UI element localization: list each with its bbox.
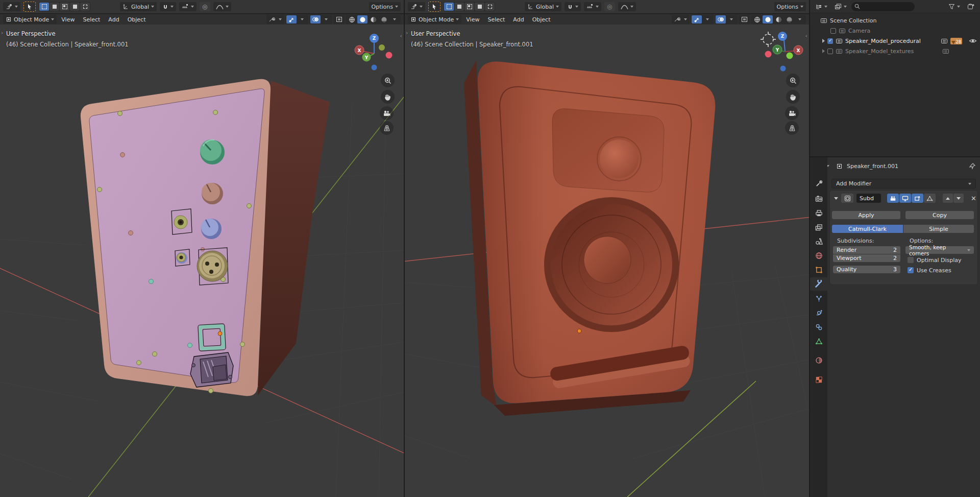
pan-button[interactable]: [381, 90, 395, 104]
select-mode-extend[interactable]: [50, 3, 59, 11]
toggle-perspective-button[interactable]: [785, 121, 799, 135]
tab-physics[interactable]: [810, 306, 827, 319]
gizmo-axis-x-neg[interactable]: X: [794, 45, 803, 55]
shading-dropdown[interactable]: [795, 15, 805, 23]
speaker-back-model[interactable]: [81, 79, 330, 396]
tab-world[interactable]: [810, 249, 827, 262]
select-mode-invert[interactable]: [70, 3, 80, 11]
modifier-type-button[interactable]: [841, 194, 853, 203]
show-gizmo-toggle[interactable]: [692, 15, 702, 23]
shading-rendered[interactable]: [784, 15, 794, 23]
outliner-row-scene-collection[interactable]: Scene Collection: [810, 15, 980, 26]
tab-modifiers[interactable]: [810, 277, 827, 291]
gizmo-axis-z-neg-dot[interactable]: [372, 65, 377, 70]
expand-caret-icon[interactable]: [822, 49, 825, 53]
modifier-viewport-toggle[interactable]: [899, 194, 911, 203]
menu-view[interactable]: View: [462, 15, 483, 24]
render-subdivisions-field[interactable]: Render2: [833, 246, 900, 254]
options-dropdown[interactable]: Options: [369, 2, 401, 11]
viewport-canvas-front[interactable]: User Perspective (46) Scene Collection |…: [405, 25, 809, 497]
modifier-move-up-button[interactable]: [943, 194, 953, 203]
gizmo-axis-x-dot[interactable]: [765, 51, 772, 58]
sidebar-expand-arrow[interactable]: ‹: [400, 33, 402, 39]
outliner-row-camera[interactable]: Camera: [810, 26, 980, 36]
quality-field[interactable]: Quality3: [833, 266, 900, 273]
add-modifier-dropdown[interactable]: Add Modifier: [831, 179, 976, 188]
gizmo-axis-y[interactable]: Y: [362, 53, 371, 62]
select-mode-set[interactable]: [444, 3, 454, 11]
shading-material-preview[interactable]: [368, 15, 378, 23]
tab-view-layer[interactable]: [810, 221, 827, 234]
proportional-editing-toggle[interactable]: ◎: [200, 2, 210, 11]
shading-solid[interactable]: [357, 15, 368, 23]
shading-material-preview[interactable]: [773, 15, 783, 23]
overlays-dropdown[interactable]: [321, 15, 331, 23]
tab-material[interactable]: [810, 353, 827, 367]
sidebar-expand-arrow[interactable]: ‹: [805, 33, 807, 39]
menu-add[interactable]: Add: [105, 15, 122, 24]
apply-button[interactable]: Apply: [832, 211, 900, 219]
tab-texture[interactable]: [810, 373, 827, 386]
menu-object[interactable]: Object: [529, 15, 554, 24]
proportional-falloff-dropdown[interactable]: [618, 2, 636, 11]
collection-exclude-checkbox[interactable]: [827, 49, 833, 54]
show-overlays-toggle[interactable]: [310, 15, 321, 23]
snap-toggle-button[interactable]: [160, 2, 176, 11]
filter-dropdown[interactable]: [946, 2, 963, 11]
panel-expand-caret[interactable]: [834, 197, 838, 200]
outliner-editor-type-button[interactable]: [813, 2, 830, 11]
zoom-button[interactable]: [786, 74, 800, 87]
active-tool-select-box[interactable]: [428, 2, 440, 12]
toolbar-expand-arrow[interactable]: ›: [1, 30, 3, 36]
gizmo-axis-z[interactable]: Z: [370, 34, 379, 43]
modifier-move-down-button[interactable]: [953, 194, 964, 203]
tab-output[interactable]: [810, 206, 827, 220]
tab-object[interactable]: [810, 263, 827, 276]
visibility-eye-icon[interactable]: [969, 38, 977, 44]
shading-rendered[interactable]: [379, 15, 389, 23]
select-mode-intersect[interactable]: [80, 3, 90, 11]
editor-type-button[interactable]: [408, 2, 425, 11]
xray-toggle[interactable]: [739, 15, 750, 24]
tab-constraints[interactable]: [810, 320, 827, 334]
object-type-visibility-dropdown[interactable]: [672, 15, 690, 24]
options-dropdown[interactable]: Options: [774, 2, 806, 11]
gizmo-axis-y-neg-dot[interactable]: [379, 44, 385, 51]
uv-smooth-dropdown[interactable]: Smooth, keep corners: [905, 246, 974, 254]
object-type-visibility-dropdown[interactable]: [266, 15, 284, 24]
shading-dropdown[interactable]: [389, 15, 400, 23]
modifier-name-field[interactable]: Subd: [856, 194, 881, 203]
catmull-clark-button[interactable]: Catmull-Clark: [832, 225, 903, 233]
gizmo-axis-x-neg[interactable]: X: [355, 45, 364, 55]
outliner-search-input[interactable]: [851, 2, 915, 11]
shading-wireframe[interactable]: [752, 15, 762, 23]
new-collection-button[interactable]: [965, 2, 977, 11]
collection-exclude-checkbox[interactable]: [827, 38, 833, 44]
camera-view-button[interactable]: [380, 106, 394, 120]
pin-icon[interactable]: [969, 162, 976, 170]
outliner-row-speaker-textures[interactable]: Speaker_Model_textures: [810, 46, 980, 56]
show-gizmo-toggle[interactable]: [286, 15, 297, 23]
collection-exclude-checkbox[interactable]: [830, 28, 836, 34]
tab-render[interactable]: [810, 192, 827, 205]
zoom-button[interactable]: [381, 74, 395, 87]
gizmo-axis-y-neg[interactable]: Y: [773, 45, 782, 55]
overlays-dropdown[interactable]: [726, 15, 737, 23]
select-mode-invert[interactable]: [475, 3, 484, 11]
modifier-editmode-toggle[interactable]: [912, 194, 923, 203]
gizmo-axis-z-neg-dot[interactable]: [780, 66, 786, 72]
proportional-falloff-dropdown[interactable]: [213, 2, 231, 11]
gizmo-dropdown[interactable]: [297, 15, 307, 23]
viewport-subdivisions-field[interactable]: Viewport2: [833, 254, 900, 262]
snap-target-dropdown[interactable]: [179, 2, 197, 11]
select-mode-extend[interactable]: [454, 3, 464, 11]
menu-select[interactable]: Select: [79, 15, 104, 24]
menu-add[interactable]: Add: [509, 15, 527, 24]
expand-caret-icon[interactable]: [822, 39, 825, 43]
tab-object-data[interactable]: [810, 335, 827, 348]
gizmo-axis-x-dot[interactable]: [386, 52, 393, 59]
pan-button[interactable]: [786, 90, 800, 104]
tab-particles[interactable]: [810, 292, 827, 305]
mode-dropdown[interactable]: Object Mode: [3, 15, 57, 24]
select-mode-subtract[interactable]: [60, 3, 69, 11]
